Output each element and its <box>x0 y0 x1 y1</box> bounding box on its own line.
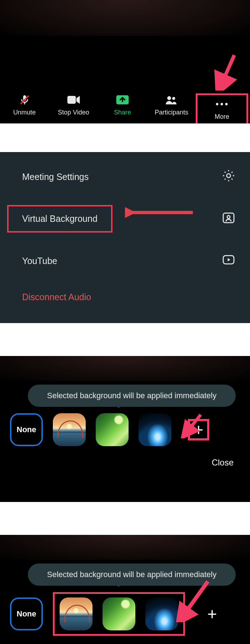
bg-options-row: None + <box>0 413 250 446</box>
meeting-view: Unmute Stop Video Share <box>0 0 250 123</box>
plus-icon: + <box>194 420 204 439</box>
separator <box>0 323 250 356</box>
bg-option-grass[interactable] <box>102 597 135 630</box>
share-icon <box>116 94 129 106</box>
bg-option-earth[interactable] <box>145 597 178 630</box>
bg-option-bridge[interactable] <box>60 597 92 630</box>
mic-muted-icon <box>19 94 31 106</box>
menu-label: Meeting Settings <box>22 172 89 182</box>
share-button[interactable]: Share <box>98 94 147 123</box>
svg-point-11 <box>227 174 231 178</box>
unmute-label: Unmute <box>13 109 36 116</box>
bg-option-earth[interactable] <box>139 413 171 446</box>
svg-point-13 <box>227 215 230 218</box>
svg-point-8 <box>216 103 219 106</box>
person-frame-icon <box>221 211 236 227</box>
video-icon <box>67 94 80 106</box>
menu-label: Virtual Background <box>22 214 98 224</box>
participants-label: Participants <box>155 109 188 116</box>
annotation-arrow-more <box>209 53 241 91</box>
bg-add-button[interactable]: + <box>188 419 209 440</box>
more-label: More <box>215 113 229 121</box>
separator <box>0 502 250 535</box>
bg-option-none[interactable]: None <box>10 413 43 446</box>
stop-video-label: Stop Video <box>58 109 89 116</box>
menu-label: Disconnect Audio <box>22 292 91 302</box>
plus-icon: + <box>208 604 217 624</box>
play-frame-icon <box>221 253 236 269</box>
close-label: Close <box>212 458 234 467</box>
svg-point-7 <box>172 97 175 100</box>
bg-tooltip: Selected background will be applied imme… <box>28 564 236 586</box>
participants-button[interactable]: Participants <box>147 94 196 123</box>
bg-option-none[interactable]: None <box>10 597 43 630</box>
participants-icon <box>165 94 178 106</box>
bg-option-grass[interactable] <box>96 413 129 446</box>
svg-point-10 <box>225 103 228 106</box>
virtual-background-picker: Selected background will be applied imme… <box>0 535 250 644</box>
menu-disconnect-audio[interactable]: Disconnect Audio <box>0 279 250 312</box>
video-feed-placeholder <box>0 0 250 36</box>
more-icon <box>214 98 229 110</box>
stop-video-button[interactable]: Stop Video <box>49 94 98 123</box>
bg-option-bridge[interactable] <box>53 413 86 446</box>
menu-virtual-background[interactable]: Virtual Background <box>0 195 250 243</box>
menu-label: YouTube <box>22 256 57 266</box>
video-feed-placeholder <box>0 356 250 381</box>
close-button[interactable]: Close <box>0 636 250 644</box>
more-button[interactable]: More <box>196 94 248 123</box>
menu-meeting-settings[interactable]: Meeting Settings <box>0 158 250 195</box>
virtual-background-picker: Selected background will be applied imme… <box>0 356 250 502</box>
bg-tooltip: Selected background will be applied imme… <box>28 385 236 407</box>
svg-point-9 <box>221 103 223 106</box>
bg-options-row: None + <box>0 592 250 636</box>
unmute-button[interactable]: Unmute <box>0 94 49 123</box>
bg-none-label: None <box>17 425 36 434</box>
gear-icon <box>221 169 236 185</box>
video-feed-placeholder <box>0 535 250 560</box>
svg-point-6 <box>167 96 171 100</box>
svg-rect-4 <box>67 96 76 104</box>
meeting-toolbar: Unmute Stop Video Share <box>0 89 250 123</box>
separator <box>0 123 250 152</box>
svg-line-0 <box>221 55 234 86</box>
bg-add-button[interactable]: + <box>201 603 223 625</box>
close-button[interactable]: Close <box>0 446 250 472</box>
share-label: Share <box>114 109 131 116</box>
bg-thumb-group-highlight <box>53 592 185 636</box>
bg-none-label: None <box>17 609 36 619</box>
svg-rect-12 <box>223 213 234 223</box>
menu-youtube[interactable]: YouTube <box>0 243 250 279</box>
more-menu: Meeting Settings Virtual Background YouT… <box>0 152 250 323</box>
